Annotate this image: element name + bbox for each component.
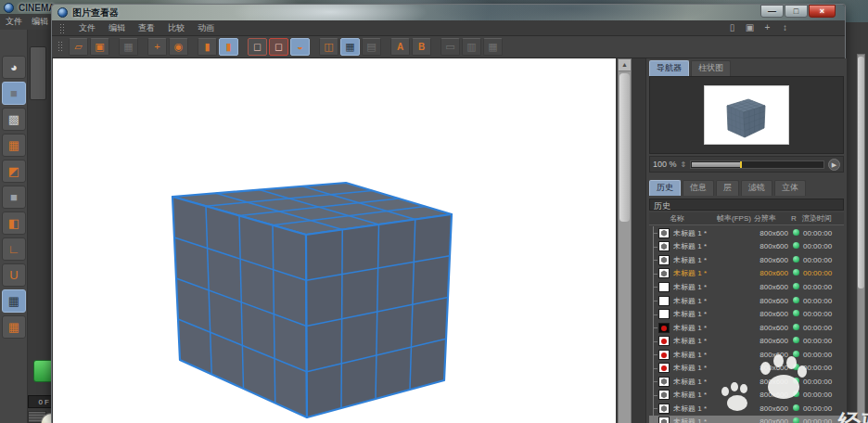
column-c-res: 分辨率 [754,213,791,224]
row-render-time: 00:00:00 [803,283,844,291]
history-row[interactable]: 未标题 1 *800x60000:00:00 [649,375,844,389]
navigator-thumbnail[interactable] [704,85,789,145]
canvas-scrollbar-thumb[interactable] [619,73,630,222]
history-row[interactable]: 未标题 1 *800x60000:00:00 [649,240,844,254]
table-disabled-icon[interactable]: ▥ [462,38,481,56]
panel-tab-1[interactable]: 信息 [683,180,714,196]
navigator-tab-0[interactable]: 导航器 [649,60,689,76]
tree-connector [649,253,658,267]
catalog-active-icon[interactable]: ▮ [219,38,238,56]
minimize-button[interactable]: — [760,5,784,18]
panel-tab-3[interactable]: 滤镜 [741,180,772,196]
picture-viewer-window: 图片查看器 —□× 文件编辑查看比较动画 ▯▣+↕ ▱▣▦+◉▮▮◻◻◒◫▦▤A… [51,4,846,423]
row-resolution: 800x600 [751,297,788,305]
grid-plane-icon[interactable]: ▦ [2,134,26,157]
viewer-menu-item-4[interactable]: 动画 [198,22,214,34]
render-user-icon[interactable]: ◉ [169,38,188,56]
picture-viewer-titlebar[interactable]: 图片查看器 —□× [52,5,845,20]
panel-tab-4[interactable]: 立体 [774,180,806,196]
grid-view-icon[interactable]: ▦ [340,38,360,56]
history-row[interactable]: 未标题 1 *800x60000:00:00 [649,294,844,308]
viewer-menu-item-3[interactable]: 比较 [168,22,185,34]
history-row[interactable]: 未标题 1 *800x60000:00:00 [649,253,844,267]
corner-cube-icon[interactable]: ◩ [2,160,26,183]
frame-a-icon[interactable]: ◻ [248,38,267,56]
row-resolution: 800x600 [751,256,788,264]
viewer-menu-item-2[interactable]: 查看 [138,22,155,34]
gray-cube-icon[interactable]: ■ [2,186,26,209]
history-column-header: 名称帧率(FPS)分辨率R渲染时间 [649,212,844,225]
film-disabled-icon[interactable]: ▦ [483,38,503,56]
row-status-dot [788,417,803,423]
row-render-time: 00:00:00 [803,417,844,423]
top-cube-icon[interactable]: ◧ [2,212,26,235]
main-menu-item-0[interactable]: 文件 [6,16,22,28]
cube-tool-icon[interactable]: ■ [2,82,26,105]
history-row[interactable]: 未标题 1 *800x60000:00:00 [649,267,844,281]
scrollbar-thumb[interactable] [858,57,864,288]
checker-cube-icon[interactable]: ▩ [2,108,26,131]
history-row[interactable]: 未标题 1 *800x60000:00:00 [649,361,844,375]
history-row[interactable]: 未标题 1 *800x60000:00:00 [649,226,844,240]
main-window-scrollbar[interactable] [857,54,865,423]
zoom-fit-button[interactable]: ▶ [828,159,840,171]
history-row[interactable]: 未标题 1 *800x60000:00:00 [649,334,844,348]
workspace-icon[interactable]: ◒ [290,38,310,56]
frame-counter-field[interactable]: 0 F [28,395,52,408]
panel-toggle-icon[interactable]: ▯ [726,22,738,32]
history-row[interactable]: 未标题 1 *800x60000:00:00 [649,348,844,362]
history-row[interactable]: 未标题 1 *800x60000:00:00 [649,321,844,335]
viewer-menu-item-1[interactable]: 编辑 [108,22,125,34]
row-name: 未标题 1 * [673,350,731,360]
open-file-icon[interactable]: ▱ [69,38,88,56]
history-row[interactable]: 未标题 1 *800x60000:00:00 [649,402,844,416]
compare-disabled-icon[interactable]: ▦ [119,38,138,56]
pin-panel-icon[interactable]: ▣ [744,22,756,32]
move-channel-icon[interactable]: + [147,38,167,56]
history-row[interactable]: 未标题 1 *800x60000:00:00 [649,416,844,423]
tree-connector [649,307,658,321]
panel-tab-2[interactable]: 层 [716,180,739,196]
picture-viewer-menubar: 文件编辑查看比较动画 ▯▣+↕ [52,20,845,36]
layout-disabled-icon[interactable]: ▤ [362,38,381,56]
scroll-up-icon[interactable]: ▲ [619,59,631,71]
zoom-slider[interactable] [690,160,824,169]
row-status-dot [788,391,803,399]
axis-workplane-icon[interactable]: ∟ [2,237,26,261]
image-canvas[interactable] [53,58,616,423]
save-file-icon[interactable]: ▣ [90,38,109,56]
tree-connector [649,361,658,375]
mesh-lock-icon[interactable]: ▦ [2,289,26,313]
navigator-cube-image [705,86,788,144]
viewer-menu-item-0[interactable]: 文件 [79,22,96,34]
dual-view-icon[interactable]: ◫ [319,38,338,56]
row-thumbnail-cube-icon [658,417,670,423]
channel-b-icon[interactable]: B [412,38,431,56]
row-render-time: 00:00:00 [803,256,844,264]
history-row[interactable]: 未标题 1 *800x60000:00:00 [649,389,844,403]
frame-b-icon[interactable]: ◻ [269,38,288,56]
main-menu-item-1[interactable]: 编辑 [32,16,48,28]
canvas-scrollbar[interactable]: ▲ [618,58,632,423]
sphere-tool-icon[interactable]: ◕ [2,56,26,79]
catalog-icon[interactable]: ▮ [198,38,217,56]
row-thumbnail-cube-icon [658,241,670,251]
toolbar-drag-handle-icon[interactable] [57,41,64,53]
move-panel-icon[interactable]: + [761,22,773,32]
channel-a-icon[interactable]: A [390,38,410,56]
menu-drag-handle-icon[interactable] [59,23,66,33]
zoom-stepper-icon[interactable]: ⇕ [681,160,687,169]
row-name: 未标题 1 * [673,228,731,238]
panel-tab-0[interactable]: 历史 [649,180,681,196]
magnet-snap-icon[interactable]: U [2,263,26,287]
ab-disabled-icon[interactable]: ▭ [440,38,460,56]
history-row[interactable]: 未标题 1 *800x60000:00:00 [649,307,844,321]
maximize-button[interactable]: □ [785,5,808,18]
navigator-tab-1[interactable]: 柱状图 [691,60,731,76]
row-thumbnail-cube-icon [658,377,670,387]
mesh-orange-icon[interactable]: ▦ [2,315,26,339]
close-button[interactable]: × [809,5,836,18]
history-row[interactable]: 未标题 1 *800x60000:00:00 [649,280,844,294]
main-window-side-tab[interactable] [30,46,46,100]
resize-panel-icon[interactable]: ↕ [779,22,791,32]
